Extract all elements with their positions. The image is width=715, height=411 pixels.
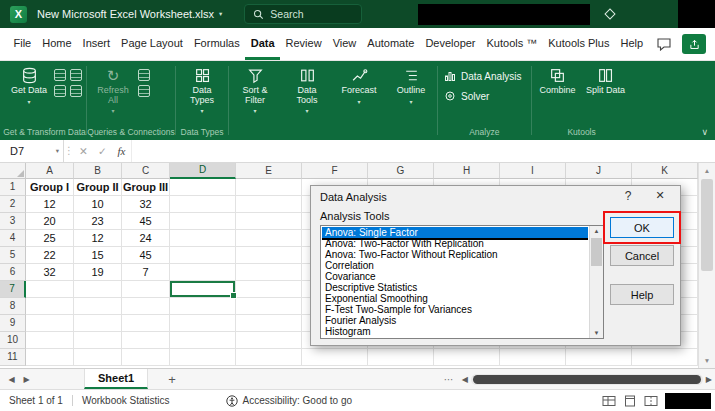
- cell-F11[interactable]: [302, 349, 368, 366]
- menu-tab-formulas[interactable]: Formulas: [188, 28, 245, 60]
- cell-B10[interactable]: [74, 332, 122, 349]
- data-analysis-button[interactable]: Data Analysis: [444, 70, 522, 82]
- cell-A2[interactable]: 12: [26, 196, 74, 213]
- row-header-1[interactable]: 1: [0, 179, 26, 196]
- cancel-entry-icon[interactable]: ✕: [74, 140, 93, 162]
- cell-D11[interactable]: [170, 349, 236, 366]
- row-header-3[interactable]: 3: [0, 213, 26, 230]
- hscroll-left-icon[interactable]: ◀: [462, 375, 468, 384]
- vertical-scrollbar-thumb[interactable]: [701, 179, 713, 271]
- analysis-tool-option-1[interactable]: Anova: Single Factor: [322, 227, 588, 238]
- row-header-10[interactable]: 10: [0, 332, 26, 349]
- cell-D9[interactable]: [170, 315, 236, 332]
- formula-bar-handle[interactable]: ⋮: [64, 140, 74, 162]
- enter-entry-icon[interactable]: ✓: [93, 140, 112, 162]
- cell-B4[interactable]: 12: [74, 230, 122, 247]
- cell-E7[interactable]: [236, 281, 302, 298]
- listbox-scrollbar-thumb[interactable]: [591, 238, 602, 266]
- row-header-4[interactable]: 4: [0, 230, 26, 247]
- column-header-B[interactable]: B: [74, 163, 122, 179]
- cell-I11[interactable]: [500, 349, 566, 366]
- menu-tab-kutools[interactable]: Kutools ™: [481, 28, 543, 60]
- horizontal-scrollbar-thumb[interactable]: [473, 375, 701, 384]
- analysis-tool-option-2[interactable]: Anova: Two-Factor With Replication: [322, 238, 588, 249]
- scroll-up-icon[interactable]: ▲: [590, 228, 603, 234]
- scroll-up-icon[interactable]: ▲: [699, 167, 715, 174]
- menu-tab-insert[interactable]: Insert: [77, 28, 116, 60]
- hscroll-right-icon[interactable]: ▶: [706, 375, 712, 384]
- cell-C11[interactable]: [122, 349, 170, 366]
- scroll-down-icon[interactable]: ▼: [699, 357, 715, 364]
- menu-tab-page-layout[interactable]: Page Layout: [116, 28, 189, 60]
- recent-sources-icon[interactable]: [70, 85, 82, 97]
- analysis-tool-option-10[interactable]: Histogram: [322, 326, 588, 337]
- column-header-H[interactable]: H: [434, 163, 500, 179]
- outline-button[interactable]: Outline ▾: [388, 64, 434, 105]
- menu-tab-data[interactable]: Data: [245, 28, 280, 60]
- get-data-button[interactable]: Get Data ▾: [6, 64, 52, 105]
- help-button[interactable]: Help: [610, 284, 674, 305]
- tab-overflow-icon[interactable]: ⋯: [444, 374, 454, 385]
- column-header-K[interactable]: K: [632, 163, 698, 179]
- menu-tab-review[interactable]: Review: [280, 28, 327, 60]
- cell-A6[interactable]: 32: [26, 264, 74, 281]
- name-box[interactable]: D7 ▾: [0, 140, 64, 162]
- combine-button[interactable]: Combine: [535, 64, 581, 96]
- column-header-F[interactable]: F: [302, 163, 368, 179]
- cell-B11[interactable]: [74, 349, 122, 366]
- cell-B5[interactable]: 15: [74, 247, 122, 264]
- cell-A7[interactable]: [26, 281, 74, 298]
- cell-C5[interactable]: 45: [122, 247, 170, 264]
- queries-connections-icon[interactable]: [138, 69, 150, 81]
- cell-E11[interactable]: [236, 349, 302, 366]
- cell-B6[interactable]: 19: [74, 264, 122, 281]
- listbox-scrollbar[interactable]: ▲ ▼: [589, 226, 603, 338]
- comments-icon[interactable]: [656, 37, 672, 51]
- cell-A1[interactable]: Group I: [26, 179, 74, 196]
- cell-D3[interactable]: [170, 213, 236, 230]
- dialog-close-icon[interactable]: ✕: [652, 189, 668, 202]
- cell-C6[interactable]: 7: [122, 264, 170, 281]
- cell-D6[interactable]: [170, 264, 236, 281]
- menu-tab-home[interactable]: Home: [37, 28, 77, 60]
- analysis-tool-option-4[interactable]: Correlation: [322, 260, 588, 271]
- menu-tab-view[interactable]: View: [327, 28, 362, 60]
- cell-C4[interactable]: 24: [122, 230, 170, 247]
- cell-E8[interactable]: [236, 298, 302, 315]
- column-header-A[interactable]: A: [26, 163, 74, 179]
- cell-A10[interactable]: [26, 332, 74, 349]
- share-button[interactable]: [682, 34, 706, 54]
- cell-C7[interactable]: [122, 281, 170, 298]
- cell-E9[interactable]: [236, 315, 302, 332]
- sheet-nav-next-icon[interactable]: ▶: [19, 375, 34, 384]
- cell-D4[interactable]: [170, 230, 236, 247]
- cell-G11[interactable]: [368, 349, 434, 366]
- cell-D1[interactable]: [170, 179, 236, 196]
- sheet-nav-prev-icon[interactable]: ◀: [4, 375, 19, 384]
- normal-view-icon[interactable]: [602, 395, 616, 407]
- collapse-ribbon-icon[interactable]: ∨: [701, 127, 708, 137]
- cell-E5[interactable]: [236, 247, 302, 264]
- column-header-G[interactable]: G: [368, 163, 434, 179]
- cell-B3[interactable]: 23: [74, 213, 122, 230]
- analysis-tool-option-3[interactable]: Anova: Two-Factor Without Replication: [322, 249, 588, 260]
- analysis-tool-option-7[interactable]: Exponential Smoothing: [322, 293, 588, 304]
- column-header-C[interactable]: C: [122, 163, 170, 179]
- cell-B9[interactable]: [74, 315, 122, 332]
- accessibility-status[interactable]: Accessibility: Good to go: [226, 395, 353, 407]
- search-box[interactable]: Search: [244, 4, 362, 24]
- cell-B7[interactable]: [74, 281, 122, 298]
- excel-app-icon[interactable]: X: [10, 6, 27, 23]
- horizontal-scrollbar[interactable]: [471, 374, 703, 385]
- analysis-tool-option-5[interactable]: Covariance: [322, 271, 588, 282]
- split-data-button[interactable]: Split Data: [583, 64, 629, 96]
- cell-A5[interactable]: 22: [26, 247, 74, 264]
- cell-E2[interactable]: [236, 196, 302, 213]
- cell-E3[interactable]: [236, 213, 302, 230]
- cell-C8[interactable]: [122, 298, 170, 315]
- cell-E4[interactable]: [236, 230, 302, 247]
- row-header-6[interactable]: 6: [0, 264, 26, 281]
- cell-D7[interactable]: [170, 281, 236, 298]
- ok-button[interactable]: OK: [610, 217, 674, 238]
- from-table-icon[interactable]: [54, 85, 66, 97]
